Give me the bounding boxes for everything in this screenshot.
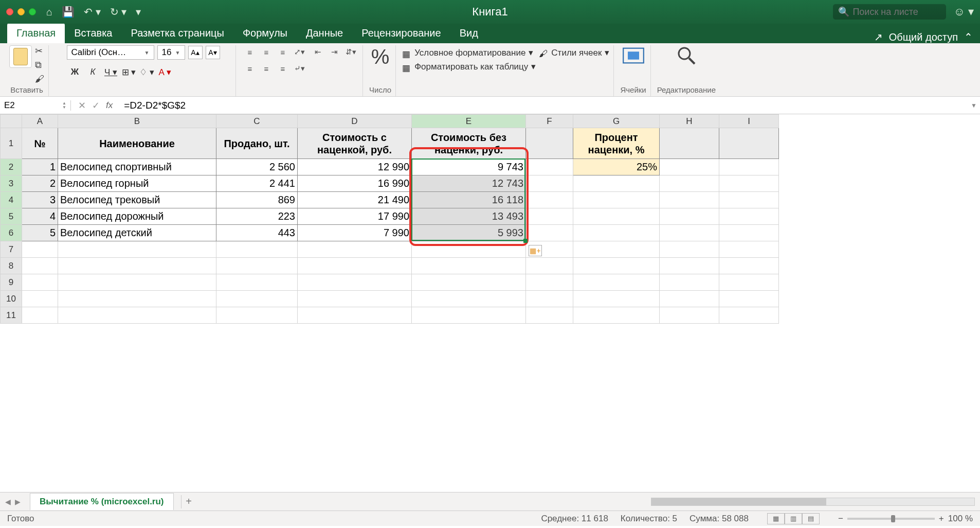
col-header-I[interactable]: I: [719, 115, 779, 128]
cell[interactable]: [719, 307, 779, 324]
align-top-icon[interactable]: ≡: [242, 45, 258, 59]
save-icon[interactable]: 💾: [62, 6, 75, 18]
cell[interactable]: [298, 274, 412, 291]
cell[interactable]: [660, 274, 719, 291]
col-header-G[interactable]: G: [573, 115, 660, 128]
col-header-C[interactable]: C: [216, 115, 298, 128]
cell[interactable]: [660, 307, 719, 324]
cell[interactable]: [573, 307, 660, 324]
align-middle-icon[interactable]: ≡: [259, 45, 274, 59]
row-header-1[interactable]: 1: [1, 128, 22, 159]
minimize-button[interactable]: [17, 8, 25, 15]
autofill-options-icon[interactable]: ▦+: [529, 245, 542, 256]
confirm-formula-icon[interactable]: ✓: [92, 100, 100, 111]
cell[interactable]: [58, 258, 216, 274]
cell[interactable]: [660, 291, 719, 307]
qat-more-icon[interactable]: ▾: [136, 6, 141, 18]
select-all-corner[interactable]: [1, 115, 22, 128]
cell[interactable]: [573, 291, 660, 307]
font-color-button[interactable]: A ▾: [157, 65, 173, 79]
cell[interactable]: [412, 241, 526, 258]
share-button[interactable]: Общий доступ: [889, 31, 958, 43]
cell[interactable]: [526, 291, 573, 307]
cell[interactable]: [216, 307, 298, 324]
cell[interactable]: [298, 307, 412, 324]
col-header-A[interactable]: A: [22, 115, 58, 128]
cell[interactable]: [298, 291, 412, 307]
row-header-8[interactable]: 8: [1, 258, 22, 274]
cell[interactable]: [660, 241, 719, 258]
grow-font-icon[interactable]: A▴: [188, 46, 203, 59]
format-painter-icon[interactable]: 🖌: [35, 74, 44, 84]
tab-review[interactable]: Рецензирование: [352, 23, 450, 43]
name-box-spinner[interactable]: ▲▼: [62, 101, 66, 110]
align-bottom-icon[interactable]: ≡: [275, 45, 291, 59]
borders-button[interactable]: ⊞ ▾: [121, 65, 137, 79]
col-header-B[interactable]: B: [58, 115, 216, 128]
col-header-E[interactable]: E: [412, 115, 526, 128]
indent-inc-icon[interactable]: ⇥: [326, 45, 342, 59]
tab-insert[interactable]: Вставка: [65, 23, 121, 43]
italic-button[interactable]: К: [85, 65, 101, 79]
redo-icon[interactable]: ↻ ▾: [110, 6, 127, 18]
name-box[interactable]: E2 ▲▼: [0, 100, 71, 111]
grid-area[interactable]: A B C D E F G H I 1 №НаименованиеПродано…: [0, 114, 980, 492]
add-sheet-button[interactable]: +: [181, 495, 196, 508]
cell[interactable]: [298, 258, 412, 274]
align-left-icon[interactable]: ≡: [242, 62, 258, 75]
sheet-tab-active[interactable]: Вычитание % (microexcel.ru): [30, 493, 174, 510]
cell[interactable]: [216, 274, 298, 291]
cell[interactable]: [58, 291, 216, 307]
cell[interactable]: [58, 274, 216, 291]
cell[interactable]: [412, 274, 526, 291]
zoom-out-button[interactable]: −: [838, 514, 843, 524]
cell[interactable]: [58, 307, 216, 324]
paste-icon[interactable]: [9, 45, 32, 68]
cell[interactable]: [719, 291, 779, 307]
horizontal-scrollbar[interactable]: [651, 498, 975, 506]
shrink-font-icon[interactable]: A▾: [206, 46, 220, 59]
row-header-6[interactable]: 6: [1, 225, 22, 241]
orientation-icon[interactable]: ⤢▾: [292, 45, 307, 59]
cell[interactable]: [660, 128, 719, 159]
tab-formulas[interactable]: Формулы: [233, 23, 297, 43]
row-header-9[interactable]: 9: [1, 274, 22, 291]
formula-input[interactable]: [120, 100, 968, 111]
cell[interactable]: [573, 258, 660, 274]
format-as-table-button[interactable]: ▦Форматировать как таблицу ▾: [402, 61, 536, 72]
cell[interactable]: [719, 258, 779, 274]
fx-icon[interactable]: fx: [106, 100, 113, 111]
indent-dec-icon[interactable]: ⇤: [310, 45, 325, 59]
cell[interactable]: [22, 274, 58, 291]
cell[interactable]: [22, 258, 58, 274]
underline-button[interactable]: Ч ▾: [103, 65, 119, 79]
home-icon[interactable]: ⌂: [46, 6, 52, 18]
cell[interactable]: [526, 274, 573, 291]
row-header-11[interactable]: 11: [1, 307, 22, 324]
cell[interactable]: [719, 128, 779, 159]
tab-layout[interactable]: Разметка страницы: [121, 23, 233, 43]
cell[interactable]: [719, 241, 779, 258]
font-size-combo[interactable]: 16▼: [157, 45, 185, 60]
spreadsheet-grid[interactable]: A B C D E F G H I 1 №НаименованиеПродано…: [0, 114, 779, 324]
bold-button[interactable]: Ж: [67, 65, 83, 79]
cell[interactable]: [526, 307, 573, 324]
view-page-break-icon[interactable]: ▤: [802, 513, 820, 524]
col-header-D[interactable]: D: [298, 115, 412, 128]
cell[interactable]: [412, 291, 526, 307]
cell[interactable]: [412, 258, 526, 274]
cell[interactable]: [216, 258, 298, 274]
cell[interactable]: [412, 307, 526, 324]
wrap-text-icon[interactable]: ⤶▾: [292, 62, 307, 75]
font-name-combo[interactable]: Calibri (Осн…▼: [67, 45, 154, 60]
cell-styles-button[interactable]: 🖌Стили ячеек ▾: [539, 47, 609, 58]
cells-button[interactable]: [622, 45, 645, 84]
cell[interactable]: [573, 274, 660, 291]
align-right-icon[interactable]: ≡: [275, 62, 291, 75]
cell[interactable]: [216, 291, 298, 307]
cell[interactable]: [526, 258, 573, 274]
undo-icon[interactable]: ↶ ▾: [84, 6, 101, 18]
tab-home[interactable]: Главная: [7, 23, 65, 43]
row-header-7[interactable]: 7: [1, 241, 22, 258]
row-header-2[interactable]: 2: [1, 159, 22, 175]
